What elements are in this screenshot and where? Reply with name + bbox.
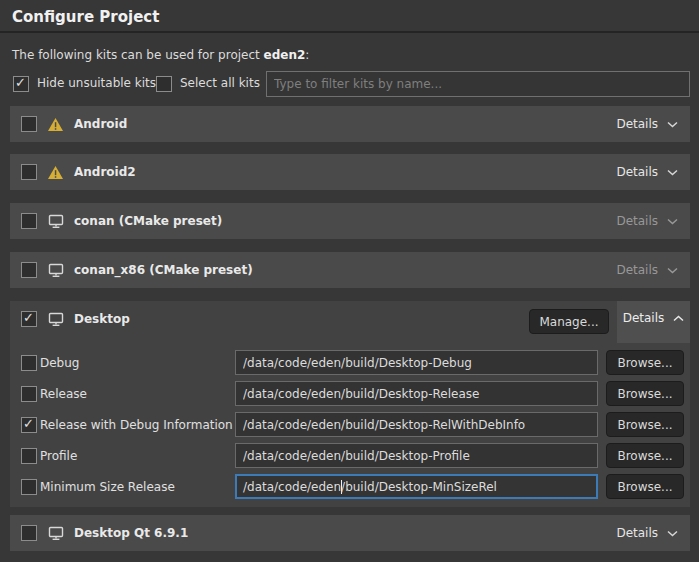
details-button[interactable]: Details xyxy=(616,165,678,179)
details-button: Details xyxy=(616,214,678,228)
desktop-icon xyxy=(47,262,64,278)
details-label: Details xyxy=(616,214,658,228)
config-checkbox-release[interactable] xyxy=(21,386,37,402)
kit-filter-input[interactable] xyxy=(266,71,690,97)
chevron-down-icon xyxy=(667,267,678,274)
kit-checkbox[interactable] xyxy=(21,164,37,180)
hide-unsuitable-kits-label[interactable]: Hide unsuitable kits xyxy=(37,76,156,90)
config-label: Minimum Size Release xyxy=(40,480,175,494)
select-all-kits-checkbox[interactable] xyxy=(156,76,172,92)
chevron-down-icon xyxy=(667,218,678,225)
browse-button[interactable]: Browse... xyxy=(606,381,684,406)
title-divider xyxy=(0,31,699,33)
kit-row-desktop-qt[interactable]: Desktop Qt 6.9.1 Details xyxy=(10,515,690,551)
config-checkbox-profile[interactable] xyxy=(21,448,37,464)
page-title: Configure Project xyxy=(12,8,159,26)
config-label: Release xyxy=(40,387,87,401)
chevron-down-icon xyxy=(667,530,678,537)
hide-unsuitable-kits-checkbox[interactable] xyxy=(13,76,29,92)
warning-icon xyxy=(47,164,64,180)
kit-name: conan (CMake preset) xyxy=(74,214,222,228)
build-dir-input-minsizerel[interactable]: /data/code/eden/build/Desktop-MinSizeRel xyxy=(235,474,598,499)
project-name: eden2 xyxy=(264,48,306,62)
path-after-caret: /build/Desktop-MinSizeRel xyxy=(341,480,497,494)
desktop-icon xyxy=(47,311,64,327)
kit-checkbox[interactable] xyxy=(21,213,37,229)
details-label: Details xyxy=(616,526,658,540)
warning-icon xyxy=(47,116,64,132)
kits-hint-suffix: : xyxy=(305,48,309,62)
config-label: Debug xyxy=(40,356,79,370)
kit-row-android2[interactable]: Android2 Details xyxy=(10,154,690,190)
configure-project-page: Configure Project The following kits can… xyxy=(0,0,699,562)
browse-button[interactable]: Browse... xyxy=(606,412,684,437)
browse-button[interactable]: Browse... xyxy=(606,443,684,468)
details-button[interactable]: Details xyxy=(616,526,678,540)
kit-checkbox[interactable] xyxy=(21,525,37,541)
config-label: Profile xyxy=(40,449,77,463)
browse-button[interactable]: Browse... xyxy=(606,350,684,375)
details-label: Details xyxy=(616,165,658,179)
details-label: Details xyxy=(616,263,658,277)
kit-name: Desktop xyxy=(74,312,130,326)
config-checkbox-debug[interactable] xyxy=(21,355,37,371)
kit-name: Desktop Qt 6.9.1 xyxy=(74,526,188,540)
chevron-down-icon xyxy=(667,121,678,128)
build-dir-input-release[interactable] xyxy=(235,381,598,406)
kit-row-conan[interactable]: conan (CMake preset) Details xyxy=(10,203,690,239)
config-checkbox-relwithdebinfo[interactable] xyxy=(21,417,37,433)
details-label: Details xyxy=(616,117,658,131)
kit-row-conan-x86[interactable]: conan_x86 (CMake preset) Details xyxy=(10,252,690,288)
kit-row-android[interactable]: Android Details xyxy=(10,106,690,142)
details-button[interactable]: Details xyxy=(616,117,678,131)
kits-hint-prefix: The following kits can be used for proje… xyxy=(12,48,264,62)
config-checkbox-minsizerel[interactable] xyxy=(21,479,37,495)
chevron-down-icon xyxy=(667,169,678,176)
desktop-icon xyxy=(47,525,64,541)
browse-button[interactable]: Browse... xyxy=(606,474,684,499)
select-all-kits-label[interactable]: Select all kits xyxy=(180,76,260,90)
kit-name: Android xyxy=(74,117,127,131)
kit-name: Android2 xyxy=(74,165,136,179)
details-button: Details xyxy=(616,263,678,277)
build-dir-input-profile[interactable] xyxy=(235,443,598,468)
build-dir-input-relwithdebinfo[interactable] xyxy=(235,412,598,437)
path-before-caret: /data/code/eden xyxy=(243,480,341,494)
manage-kits-button[interactable]: Manage... xyxy=(529,309,609,334)
kit-name: conan_x86 (CMake preset) xyxy=(74,263,253,277)
kit-checkbox[interactable] xyxy=(21,116,37,132)
kit-section-desktop: Details Desktop Manage... Debug Browse..… xyxy=(10,301,690,507)
kit-checkbox[interactable] xyxy=(21,311,37,327)
kits-hint-text: The following kits can be used for proje… xyxy=(12,48,309,62)
config-label: Release with Debug Information xyxy=(40,418,233,432)
build-dir-input-debug[interactable] xyxy=(235,350,598,375)
desktop-icon xyxy=(47,213,64,229)
kit-checkbox[interactable] xyxy=(21,262,37,278)
